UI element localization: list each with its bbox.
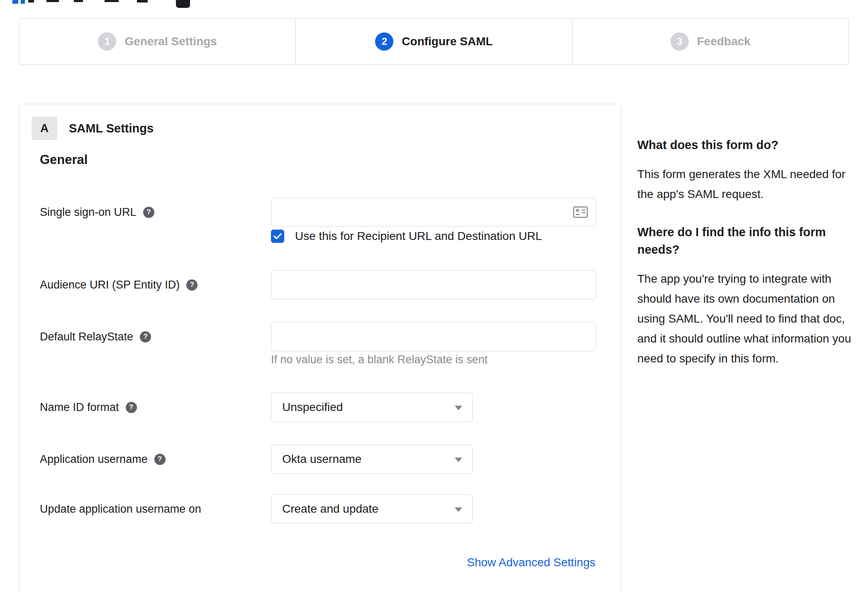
saml-settings-panel: A SAML Settings General Single sign-on U… bbox=[19, 104, 622, 592]
name-id-format-value: Unspecified bbox=[282, 401, 343, 414]
step-feedback[interactable]: 3 Feedback bbox=[572, 19, 848, 64]
sso-url-label: Single sign-on URL bbox=[40, 206, 137, 219]
name-id-format-control: Unspecified bbox=[271, 393, 473, 422]
update-username-value: Create and update bbox=[282, 502, 378, 516]
sso-checkbox-row: Use this for Recipient URL and Destinati… bbox=[271, 230, 542, 243]
clipped-app-icon bbox=[176, 0, 190, 8]
wizard-stepper: 1 General Settings 2 Configure SAML 3 Fe… bbox=[19, 18, 849, 65]
relay-state-label: Default RelayState bbox=[40, 330, 133, 343]
step-general-settings[interactable]: 1 General Settings bbox=[20, 19, 295, 64]
name-id-format-select[interactable]: Unspecified bbox=[271, 393, 473, 422]
caret-down-icon bbox=[455, 507, 462, 512]
help-sidebar: What does this form do? This form genera… bbox=[637, 136, 851, 388]
update-username-control: Create and update bbox=[271, 494, 473, 524]
panel-title: SAML Settings bbox=[69, 122, 154, 135]
sso-url-label-wrap: Single sign-on URL ? bbox=[40, 198, 154, 227]
step-label: Feedback bbox=[697, 35, 751, 48]
section-a-badge: A bbox=[32, 117, 57, 140]
relay-state-label-wrap: Default RelayState ? bbox=[40, 322, 151, 351]
contact-card-icon bbox=[573, 206, 588, 218]
relay-state-control bbox=[271, 322, 596, 351]
audience-uri-control bbox=[271, 270, 596, 299]
update-username-label-wrap: Update application username on bbox=[40, 494, 201, 524]
help-answer-1: This form generates the XML needed for t… bbox=[637, 164, 851, 204]
name-id-format-label-wrap: Name ID format ? bbox=[40, 393, 137, 422]
show-advanced-settings-link[interactable]: Show Advanced Settings bbox=[467, 556, 595, 569]
update-username-select[interactable]: Create and update bbox=[271, 494, 473, 524]
help-icon[interactable]: ? bbox=[186, 279, 197, 291]
help-icon[interactable]: ? bbox=[140, 331, 151, 342]
step-number-badge: 2 bbox=[375, 32, 393, 51]
audience-uri-label-wrap: Audience URI (SP Entity ID) ? bbox=[40, 270, 197, 299]
update-username-label: Update application username on bbox=[40, 503, 201, 516]
clipped-title-fragment bbox=[137, 0, 148, 2]
clipped-title-fragment bbox=[28, 0, 34, 2]
clipped-title-fragment bbox=[46, 0, 59, 2]
step-label: Configure SAML bbox=[402, 35, 493, 48]
help-icon[interactable]: ? bbox=[154, 454, 166, 465]
help-icon[interactable]: ? bbox=[143, 207, 154, 218]
app-username-label-wrap: Application username ? bbox=[40, 445, 166, 474]
step-number-badge: 3 bbox=[671, 32, 689, 51]
app-username-select[interactable]: Okta username bbox=[271, 445, 473, 474]
checkmark-icon bbox=[273, 233, 282, 240]
app-username-value: Okta username bbox=[282, 453, 361, 466]
help-question-2: Where do I find the info this form needs… bbox=[637, 223, 851, 258]
relay-state-hint: If no value is set, a blank RelayState i… bbox=[271, 353, 488, 366]
help-answer-2: The app you're trying to integrate with … bbox=[637, 269, 851, 369]
help-question-1: What does this form do? bbox=[637, 136, 851, 154]
app-username-label: Application username bbox=[40, 453, 148, 466]
help-icon[interactable]: ? bbox=[126, 402, 137, 413]
audience-uri-label: Audience URI (SP Entity ID) bbox=[40, 279, 180, 291]
caret-down-icon bbox=[455, 406, 462, 410]
step-number-badge: 1 bbox=[98, 32, 116, 51]
general-group-title: General bbox=[40, 152, 88, 167]
clipped-title-fragment bbox=[105, 0, 119, 2]
step-label: General Settings bbox=[124, 35, 217, 48]
sso-url-control bbox=[271, 198, 596, 227]
panel-header: A SAML Settings bbox=[32, 117, 154, 140]
app-username-control: Okta username bbox=[271, 445, 473, 474]
recipient-destination-checkbox-label: Use this for Recipient URL and Destinati… bbox=[295, 230, 542, 243]
clipped-logo-fragment bbox=[12, 0, 18, 4]
name-id-format-label: Name ID format bbox=[40, 401, 119, 414]
step-configure-saml[interactable]: 2 Configure SAML bbox=[295, 19, 572, 64]
recipient-destination-checkbox[interactable] bbox=[271, 230, 284, 243]
audience-uri-input[interactable] bbox=[271, 270, 596, 299]
sso-url-input[interactable] bbox=[271, 198, 596, 227]
relay-state-input[interactable] bbox=[271, 322, 596, 351]
clipped-title-fragment bbox=[74, 0, 83, 2]
caret-down-icon bbox=[455, 457, 462, 462]
clipped-logo-fragment bbox=[21, 0, 25, 4]
